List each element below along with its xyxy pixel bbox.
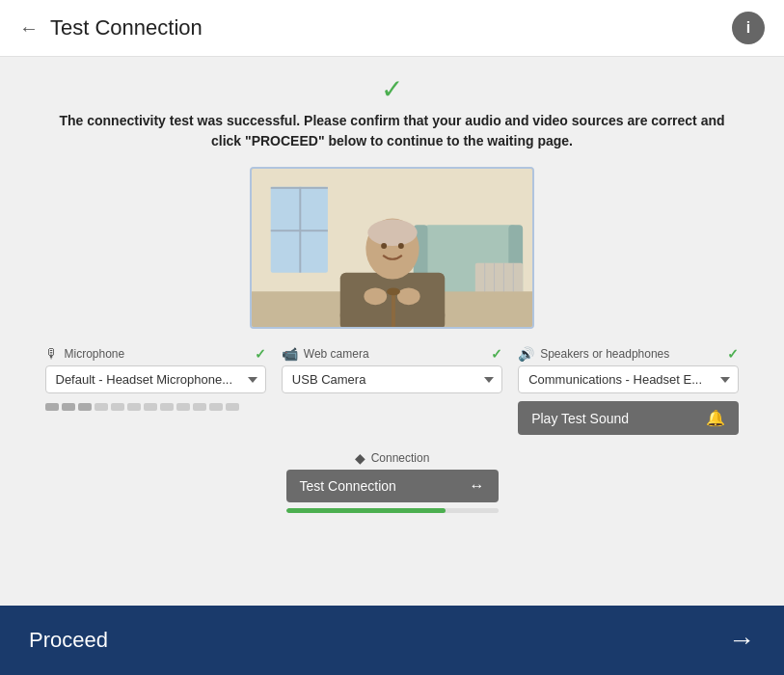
success-check-icon: ✓ [381, 76, 403, 103]
video-frame-svg [252, 167, 532, 329]
main-content: ✓ The connectivity test was successful. … [0, 57, 784, 606]
proceed-label: Proceed [29, 628, 108, 653]
mic-bar-1 [45, 403, 59, 411]
microphone-select[interactable]: Default - Headset Microphone... [45, 365, 266, 393]
speakers-icon: 🔊 [518, 346, 534, 362]
microphone-icon: 🎙 [45, 346, 59, 362]
svg-point-21 [398, 243, 404, 249]
svg-rect-3 [271, 187, 328, 189]
play-test-sound-label: Play Test Sound [531, 411, 629, 426]
speakers-check: ✓ [727, 346, 739, 362]
connection-progress-bar [286, 508, 499, 513]
webcam-icon: 📹 [282, 346, 298, 362]
svg-point-20 [381, 243, 387, 249]
video-preview [250, 167, 534, 329]
speakers-group: 🔊 Speakers or headphones ✓ Communication… [518, 346, 739, 435]
info-button[interactable]: i [732, 12, 765, 44]
mic-bar-3 [78, 403, 92, 411]
mic-bar-2 [62, 403, 75, 411]
svg-point-22 [364, 287, 387, 305]
connection-progress-fill [286, 508, 446, 513]
connection-label: Connection [371, 451, 430, 465]
speakers-label-row: 🔊 Speakers or headphones ✓ [518, 346, 739, 362]
webcam-label-row: 📹 Web camera ✓ [282, 346, 502, 362]
connection-label-row: ◆ Connection [355, 450, 430, 466]
proceed-arrow-icon: → [728, 625, 755, 656]
mic-level-bars [45, 399, 266, 411]
speakers-label: Speakers or headphones [540, 347, 669, 361]
video-placeholder [252, 169, 532, 327]
microphone-check: ✓ [255, 346, 266, 362]
connection-wifi-icon: ◆ [355, 450, 365, 466]
test-connection-button[interactable]: Test Connection ↔ [286, 470, 499, 502]
webcam-select[interactable]: USB Camera [282, 365, 502, 393]
mic-bar-10 [193, 403, 206, 411]
play-test-sound-button[interactable]: Play Test Sound 🔔 [518, 401, 739, 435]
svg-point-23 [397, 287, 420, 305]
svg-rect-4 [271, 230, 328, 231]
svg-point-19 [367, 219, 417, 246]
webcam-check: ✓ [491, 346, 502, 362]
microphone-label: Microphone [65, 347, 125, 361]
back-button[interactable]: ← [19, 17, 39, 40]
mic-bar-8 [160, 403, 174, 411]
microphone-label-row: 🎙 Microphone ✓ [45, 346, 266, 362]
microphone-group: 🎙 Microphone ✓ Default - Headset Microph… [45, 346, 266, 411]
page-title: Test Connection [50, 15, 203, 40]
device-controls: 🎙 Microphone ✓ Default - Headset Microph… [45, 346, 740, 435]
svg-point-25 [387, 287, 400, 295]
speakers-select[interactable]: Communications - Headset E... [518, 365, 739, 393]
proceed-footer[interactable]: Proceed → [0, 606, 784, 675]
success-message: The connectivity test was successful. Pl… [45, 111, 740, 151]
mic-bar-9 [176, 403, 190, 411]
header: ← Test Connection i [0, 0, 784, 57]
mic-bar-11 [209, 403, 223, 411]
mic-bar-5 [111, 403, 124, 411]
mic-bar-4 [95, 403, 108, 411]
arrows-icon: ↔ [470, 477, 485, 495]
svg-rect-5 [299, 187, 301, 273]
test-connection-label: Test Connection [300, 478, 396, 494]
mic-bar-12 [226, 403, 239, 411]
header-left: ← Test Connection [19, 15, 203, 40]
svg-rect-24 [392, 291, 395, 327]
bell-icon: 🔔 [706, 409, 725, 427]
connection-section: ◆ Connection Test Connection ↔ [45, 450, 740, 513]
mic-bar-7 [144, 403, 157, 411]
webcam-label: Web camera [304, 347, 369, 361]
mic-bar-6 [127, 403, 141, 411]
webcam-group: 📹 Web camera ✓ USB Camera [282, 346, 502, 393]
